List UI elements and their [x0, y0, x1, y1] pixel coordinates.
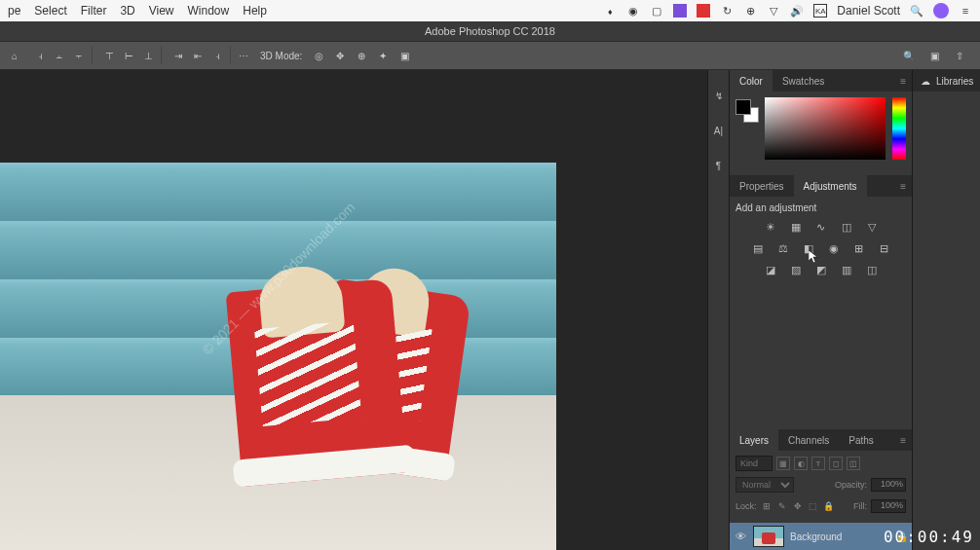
color-balance-icon[interactable]: ⚖ [775, 240, 791, 256]
canvas-image: © 2021 — www.p30download.com [0, 163, 556, 550]
invert-icon[interactable]: ◪ [763, 262, 778, 277]
menu-filter[interactable]: Filter [81, 4, 107, 18]
tab-paths[interactable]: Paths [839, 429, 884, 451]
orbit-icon[interactable]: ◎ [310, 47, 327, 64]
dropbox-icon[interactable]: ⬧ [603, 4, 617, 18]
search-icon[interactable]: 🔍 [910, 4, 923, 18]
color-lookup-icon[interactable]: ⊟ [877, 240, 892, 256]
filter-adjust-icon[interactable]: ◐ [794, 457, 808, 470]
gradient-map-icon[interactable]: ▥ [839, 262, 854, 277]
user-avatar[interactable] [933, 3, 949, 18]
lock-transparent-icon[interactable]: ⊞ [761, 500, 773, 512]
user-name[interactable]: Daniel Scott [837, 4, 900, 18]
menu-help[interactable]: Help [243, 4, 267, 18]
vibrance-icon[interactable]: ▽ [864, 219, 880, 235]
layer-thumbnail[interactable] [753, 526, 784, 547]
history-icon[interactable]: ↯ [711, 88, 727, 103]
tab-color[interactable]: Color [730, 70, 773, 92]
menu-3d[interactable]: 3D [120, 4, 134, 18]
camera-icon[interactable]: KA [813, 4, 827, 18]
record-icon[interactable]: ▢ [650, 4, 663, 18]
zoom-3d-icon[interactable]: ⊕ [353, 47, 370, 64]
exposure-icon[interactable]: ◫ [839, 219, 854, 235]
align-center-icon[interactable]: ⫠ [51, 47, 68, 64]
lock-image-icon[interactable]: ✎ [776, 500, 788, 512]
layer-kind-filter[interactable] [735, 456, 773, 471]
hue-sat-icon[interactable]: ▤ [750, 240, 766, 256]
filter-smart-icon[interactable]: ◫ [847, 457, 860, 470]
align-left-icon[interactable]: ⫞ [31, 47, 49, 64]
panels-column: Color Swatches ≡ Properties Adjustments … [729, 70, 912, 550]
filter-shape-icon[interactable]: ◻ [829, 457, 843, 470]
menu-view[interactable]: View [149, 4, 174, 18]
photo-filter-icon[interactable]: ◉ [826, 240, 842, 256]
tab-channels[interactable]: Channels [778, 429, 839, 451]
cc-status-icon[interactable]: ◉ [626, 4, 640, 18]
share-icon[interactable]: ⇧ [951, 47, 968, 64]
lock-artboard-icon[interactable]: ⬚ [808, 500, 819, 512]
tab-properties[interactable]: Properties [730, 175, 794, 197]
menu-select[interactable]: Select [34, 4, 66, 18]
paragraph-icon[interactable]: ¶ [711, 158, 727, 173]
character-icon[interactable]: A| [711, 123, 727, 138]
opacity-label: Opacity: [835, 480, 867, 490]
color-field[interactable] [765, 97, 886, 160]
channel-mixer-icon[interactable]: ⊞ [851, 240, 867, 256]
align-middle-icon[interactable]: ⊢ [120, 47, 137, 64]
visibility-icon[interactable]: 👁 [734, 530, 747, 543]
menu-item[interactable]: pe [8, 4, 20, 18]
camera-3d-icon[interactable]: ▣ [396, 47, 413, 64]
menu-icon[interactable]: ≡ [959, 4, 972, 18]
posterize-icon[interactable]: ▨ [788, 262, 804, 277]
pan-icon[interactable]: ✥ [331, 47, 349, 64]
cc-cloud-icon: ☁ [919, 74, 932, 88]
canvas-area[interactable]: © 2021 — www.p30download.com [0, 70, 707, 550]
distribute-icon[interactable]: ⫞ [208, 47, 226, 64]
bluetooth-icon[interactable]: ▽ [767, 4, 780, 18]
bw-icon[interactable]: ◧ [801, 240, 816, 256]
more-icon[interactable]: ⋯ [235, 47, 252, 64]
menu-window[interactable]: Window [188, 4, 230, 18]
distribute-v-icon[interactable]: ⇤ [189, 47, 207, 64]
tab-adjustments[interactable]: Adjustments [794, 175, 867, 197]
align-bottom-icon[interactable]: ⊥ [139, 47, 157, 64]
filter-pixel-icon[interactable]: ▦ [776, 457, 790, 470]
lock-label: Lock: [735, 501, 757, 511]
tab-swatches[interactable]: Swatches [773, 70, 834, 92]
mode-label: 3D Mode: [256, 51, 306, 61]
panel-menu-icon[interactable]: ≡ [894, 175, 912, 197]
workspace-icon[interactable]: ▣ [925, 47, 943, 64]
filter-type-icon[interactable]: T [811, 457, 825, 470]
curves-icon[interactable]: ∿ [813, 219, 829, 235]
sync-icon[interactable]: ↻ [720, 4, 734, 18]
tab-layers[interactable]: Layers [730, 429, 778, 451]
app-icon-2[interactable] [697, 4, 710, 18]
fill-field[interactable]: 100% [871, 499, 906, 513]
libraries-column: ☁ Libraries [912, 70, 980, 550]
tab-libraries[interactable]: ☁ Libraries [913, 70, 980, 92]
panel-menu-icon[interactable]: ≡ [894, 70, 912, 92]
app-icon[interactable] [673, 4, 687, 18]
selective-color-icon[interactable]: ◫ [864, 262, 880, 277]
volume-icon[interactable]: 🔊 [790, 4, 804, 18]
opacity-field[interactable]: 100% [871, 478, 906, 492]
mac-menubar: pe Select Filter 3D View Window Help ⬧ ◉… [0, 0, 980, 21]
brightness-icon[interactable]: ☀ [763, 219, 778, 235]
hue-slider[interactable] [892, 97, 906, 160]
plane-icon[interactable]: ⊕ [743, 4, 757, 18]
panel-menu-icon[interactable]: ≡ [894, 429, 912, 451]
home-icon[interactable]: ⌂ [6, 47, 23, 64]
lock-position-icon[interactable]: ✥ [792, 500, 804, 512]
align-right-icon[interactable]: ⫟ [70, 47, 88, 64]
adjustments-heading: Add an adjustment [735, 202, 906, 213]
align-top-icon[interactable]: ⊤ [100, 47, 118, 64]
distribute-h-icon[interactable]: ⇥ [170, 47, 187, 64]
lock-all-icon[interactable]: 🔒 [823, 500, 835, 512]
move-3d-icon[interactable]: ✦ [374, 47, 392, 64]
threshold-icon[interactable]: ◩ [813, 262, 829, 277]
blend-mode-select[interactable]: Normal [735, 477, 794, 493]
levels-icon[interactable]: ▦ [788, 219, 804, 235]
search-tool-icon[interactable]: 🔍 [900, 47, 918, 64]
foreground-color-swatch[interactable] [735, 99, 751, 115]
window-title: Adobe Photoshop CC 2018 [425, 25, 555, 37]
